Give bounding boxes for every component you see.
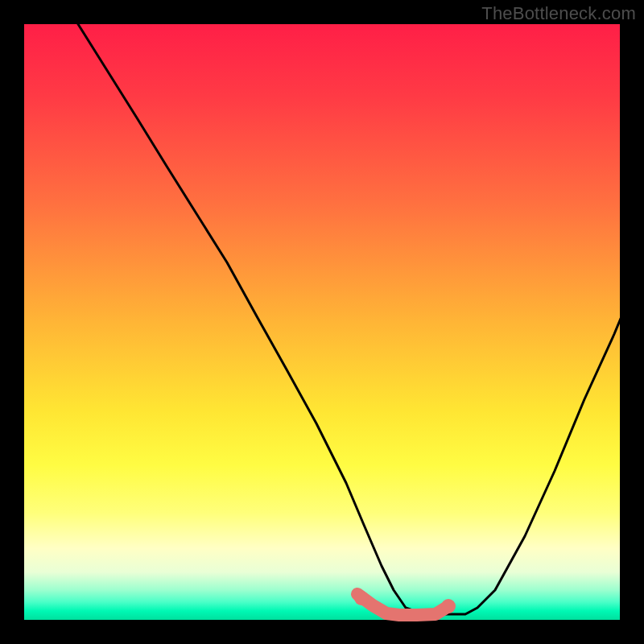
optimal-zone-path <box>357 594 446 615</box>
plot-area <box>24 24 620 620</box>
bottleneck-curve-path <box>48 0 644 614</box>
right-dot-marker <box>441 599 456 613</box>
chart-svg <box>24 24 620 620</box>
chart-frame: TheBottleneck.com <box>0 0 644 644</box>
watermark-text: TheBottleneck.com <box>481 3 636 24</box>
left-dot-marker <box>354 591 369 605</box>
